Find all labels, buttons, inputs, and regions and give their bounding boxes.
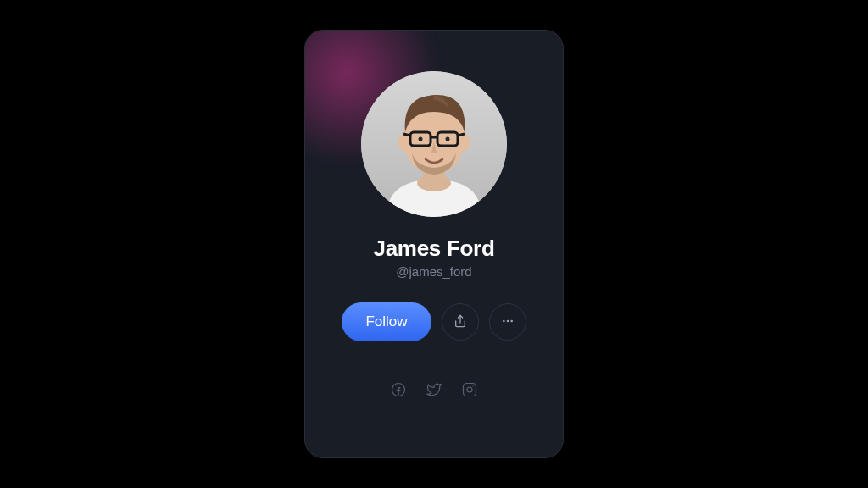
avatar bbox=[361, 71, 507, 217]
share-icon bbox=[453, 314, 467, 330]
svg-point-16 bbox=[506, 319, 509, 322]
more-icon bbox=[501, 314, 515, 330]
svg-line-10 bbox=[403, 134, 410, 136]
instagram-icon bbox=[462, 382, 477, 401]
profile-name: James Ford bbox=[374, 236, 495, 262]
svg-point-17 bbox=[510, 319, 513, 322]
facebook-link[interactable] bbox=[391, 382, 406, 401]
svg-point-20 bbox=[467, 387, 472, 392]
svg-point-13 bbox=[446, 137, 450, 141]
svg-point-15 bbox=[503, 319, 505, 322]
svg-point-3 bbox=[417, 175, 451, 191]
facebook-icon bbox=[391, 382, 406, 401]
follow-button[interactable]: Follow bbox=[342, 302, 431, 341]
profile-card: James Ford @james_ford Follow bbox=[304, 30, 564, 458]
profile-handle: @james_ford bbox=[396, 264, 471, 279]
svg-point-12 bbox=[419, 137, 423, 141]
svg-point-6 bbox=[459, 134, 470, 151]
twitter-link[interactable] bbox=[426, 382, 442, 401]
svg-point-5 bbox=[398, 134, 409, 151]
more-button[interactable] bbox=[489, 303, 526, 341]
instagram-link[interactable] bbox=[462, 382, 477, 401]
action-row: Follow bbox=[342, 302, 526, 341]
social-links bbox=[391, 382, 477, 401]
svg-rect-19 bbox=[464, 384, 476, 396]
twitter-icon bbox=[426, 382, 442, 401]
share-button[interactable] bbox=[442, 303, 479, 341]
svg-line-11 bbox=[458, 134, 465, 136]
